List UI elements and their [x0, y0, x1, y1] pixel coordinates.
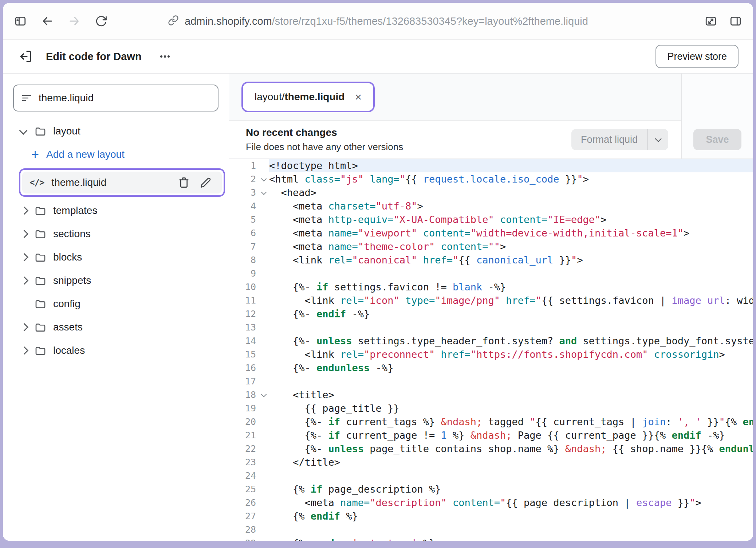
code-text[interactable]: {% render 'meta-tags' %} — [269, 536, 753, 541]
code-line[interactable]: 10 {%- if settings.favicon != blank -%} — [229, 280, 753, 294]
fold-chevron-icon[interactable] — [261, 392, 267, 398]
code-line[interactable]: 15 <link rel="preconnect" href="https://… — [229, 348, 753, 361]
code-text[interactable]: {{ page_title }} — [269, 402, 753, 415]
code-line[interactable]: 26 <meta name="description" content="{{ … — [229, 496, 753, 509]
code-text[interactable]: <head> — [269, 186, 753, 199]
code-line[interactable]: 21 {%- if current_page != 1 %} &ndash; P… — [229, 428, 753, 442]
tab-theme-liquid[interactable]: layout/theme.liquid × — [245, 85, 371, 109]
code-text[interactable]: <meta http-equiv="X-UA-Compatible" conte… — [269, 213, 753, 226]
code-text[interactable] — [269, 523, 753, 536]
code-line[interactable]: 14 {%- unless settings.type_header_font.… — [229, 334, 753, 348]
code-line[interactable]: 18 <title> — [229, 388, 753, 402]
chevron-right-icon[interactable] — [20, 278, 34, 283]
code-text[interactable]: <meta charset="utf-8"> — [269, 199, 753, 213]
sidebar-item-config[interactable]: config — [3, 292, 229, 316]
chevron-right-icon[interactable] — [20, 231, 34, 237]
code-line[interactable]: 24 — [229, 469, 753, 482]
browser-extension-icon[interactable] — [704, 15, 717, 28]
fold-chevron-icon[interactable] — [261, 176, 267, 182]
code-line[interactable]: 12 {%- endif -%} — [229, 307, 753, 321]
code-line[interactable]: 29 {% render 'meta-tags' %} — [229, 536, 753, 541]
code-line[interactable]: 9 — [229, 267, 753, 280]
more-options-icon[interactable] — [157, 48, 173, 64]
code-line[interactable]: 19 {{ page_title }} — [229, 402, 753, 415]
line-number: 1 — [229, 159, 269, 172]
code-line[interactable]: 23 </title> — [229, 455, 753, 469]
address-bar[interactable]: admin.shopify.com/store/rzq1xu-f5/themes… — [168, 15, 588, 27]
code-line[interactable]: 2<html class="js" lang="{{ request.local… — [229, 172, 753, 186]
code-line[interactable]: 4 <meta charset="utf-8"> — [229, 199, 753, 213]
code-line[interactable]: 20 {%- if current_tags %} &ndash; tagged… — [229, 415, 753, 428]
code-text[interactable]: {% if page_description %} — [269, 482, 753, 496]
rename-file-button[interactable] — [198, 175, 213, 190]
code-text[interactable]: {%- endif -%} — [269, 307, 753, 321]
code-text[interactable] — [269, 321, 753, 334]
preview-store-button[interactable]: Preview store — [655, 45, 739, 68]
code-text[interactable]: <meta name="description" content="{{ pag… — [269, 496, 753, 509]
code-text[interactable]: </title> — [269, 455, 753, 469]
chevron-right-icon[interactable] — [20, 324, 34, 330]
code-line[interactable]: 27 {% endif %} — [229, 509, 753, 523]
code-line[interactable]: 3 <head> — [229, 186, 753, 199]
code-line[interactable]: 7 <meta name="theme-color" content=""> — [229, 240, 753, 253]
code-text[interactable]: <!doctype html> — [269, 159, 753, 172]
chevron-right-icon[interactable] — [20, 254, 34, 260]
save-button[interactable]: Save — [693, 129, 741, 150]
search-input[interactable] — [39, 92, 210, 104]
code-line[interactable]: 13 — [229, 321, 753, 334]
sidebar-toggle-icon[interactable] — [14, 15, 27, 28]
format-liquid-button[interactable]: Format liquid — [571, 129, 668, 150]
code-text[interactable]: <meta name="theme-color" content=""> — [269, 240, 753, 253]
code-text[interactable] — [269, 375, 753, 388]
code-text[interactable]: <link rel="icon" type="image/png" href="… — [269, 294, 753, 307]
code-text[interactable] — [269, 267, 753, 280]
code-text[interactable]: {% endif %} — [269, 509, 753, 523]
sidebar-item-templates[interactable]: templates — [3, 199, 229, 222]
code-line[interactable]: 11 <link rel="icon" type="image/png" hre… — [229, 294, 753, 307]
code-text[interactable]: {%- if current_page != 1 %} &ndash; Page… — [269, 428, 753, 442]
reload-icon[interactable] — [95, 15, 108, 28]
sidebar-item-theme-liquid[interactable]: </> theme.liquid — [22, 172, 222, 193]
code-text[interactable]: <title> — [269, 388, 753, 402]
add-new-layout-button[interactable]: + Add a new layout — [3, 143, 229, 166]
code-text[interactable]: {%- unless settings.type_header_font.sys… — [269, 334, 753, 348]
code-line[interactable]: 17 — [229, 375, 753, 388]
fold-chevron-icon[interactable] — [261, 189, 267, 195]
code-text[interactable]: {%- endunless -%} — [269, 361, 753, 375]
file-search-box[interactable] — [13, 85, 218, 111]
sidebar-item-layout[interactable]: layout — [3, 120, 229, 143]
chevron-right-icon[interactable] — [20, 348, 34, 353]
chevron-down-icon[interactable] — [647, 129, 668, 150]
code-line[interactable]: 6 <meta name="viewport" content="width=d… — [229, 226, 753, 240]
code-line[interactable]: 1<!doctype html> — [229, 159, 753, 172]
code-text[interactable]: {%- unless page_title contains shop.name… — [269, 442, 753, 455]
sidebar-item-snippets[interactable]: snippets — [3, 269, 229, 292]
status-title: No recent changes — [246, 127, 403, 138]
chevron-down-icon[interactable] — [20, 128, 34, 134]
sidebar-item-assets[interactable]: assets — [3, 316, 229, 339]
code-line[interactable]: 8 <link rel="canonical" href="{{ canonic… — [229, 253, 753, 267]
exit-editor-icon[interactable] — [17, 48, 34, 64]
code-line[interactable]: 22 {%- unless page_title contains shop.n… — [229, 442, 753, 455]
code-text[interactable]: <link rel="preconnect" href="https://fon… — [269, 348, 753, 361]
code-text[interactable]: <meta name="viewport" content="width=dev… — [269, 226, 753, 240]
code-text[interactable]: {%- if settings.favicon != blank -%} — [269, 280, 753, 294]
split-view-icon[interactable] — [729, 15, 742, 28]
back-icon[interactable] — [41, 15, 54, 28]
code-line[interactable]: 5 <meta http-equiv="X-UA-Compatible" con… — [229, 213, 753, 226]
code-text[interactable]: {%- if current_tags %} &ndash; tagged "{… — [269, 415, 753, 428]
code-text[interactable]: <html class="js" lang="{{ request.locale… — [269, 172, 753, 186]
chevron-right-icon[interactable] — [20, 208, 34, 214]
code-editor[interactable]: 1<!doctype html>2<html class="js" lang="… — [229, 159, 753, 541]
sidebar-item-sections[interactable]: sections — [3, 222, 229, 246]
code-line[interactable]: 25 {% if page_description %} — [229, 482, 753, 496]
code-text[interactable] — [269, 469, 753, 482]
code-text[interactable]: <link rel="canonical" href="{{ canonical… — [269, 253, 753, 267]
code-line[interactable]: 16 {%- endunless -%} — [229, 361, 753, 375]
close-icon[interactable]: × — [355, 91, 362, 103]
sidebar-item-blocks[interactable]: blocks — [3, 246, 229, 269]
code-line[interactable]: 28 — [229, 523, 753, 536]
delete-file-button[interactable] — [177, 175, 191, 190]
forward-icon[interactable] — [68, 15, 81, 28]
sidebar-item-locales[interactable]: locales — [3, 339, 229, 362]
